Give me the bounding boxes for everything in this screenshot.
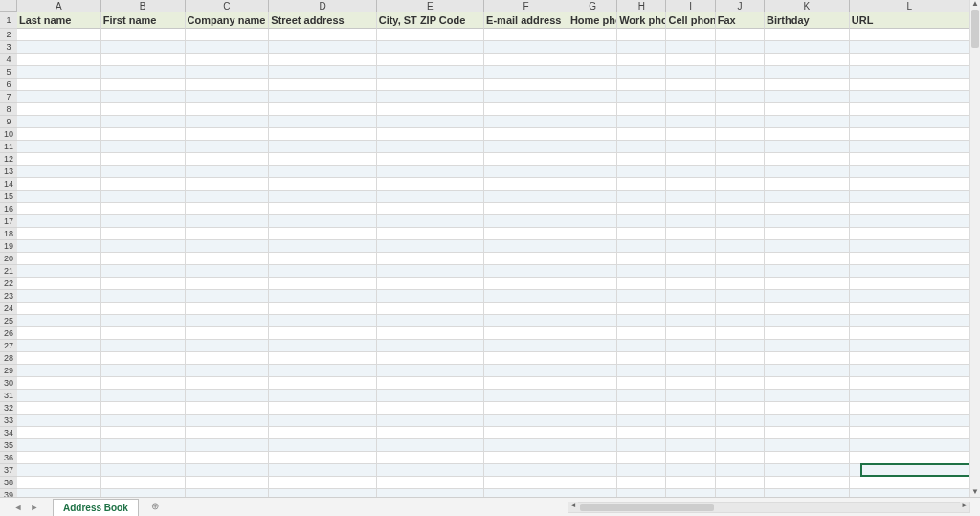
cell[interactable] bbox=[666, 352, 715, 365]
header-cell[interactable]: Street address bbox=[269, 12, 376, 29]
cell[interactable] bbox=[269, 340, 376, 352]
cell[interactable] bbox=[850, 315, 970, 327]
cell[interactable] bbox=[617, 29, 666, 41]
cell[interactable] bbox=[617, 352, 666, 365]
cell[interactable] bbox=[186, 91, 270, 103]
cell[interactable] bbox=[186, 240, 270, 253]
cell[interactable] bbox=[666, 228, 715, 240]
cell[interactable] bbox=[568, 265, 617, 278]
cell[interactable] bbox=[484, 278, 568, 290]
cell[interactable] bbox=[716, 228, 765, 240]
row-header[interactable]: 5 bbox=[0, 66, 17, 79]
row-header[interactable]: 28 bbox=[0, 352, 17, 365]
cell[interactable] bbox=[101, 153, 186, 166]
cell[interactable] bbox=[101, 66, 186, 79]
scroll-right-arrow-icon[interactable]: ► bbox=[960, 502, 969, 511]
cell[interactable] bbox=[269, 141, 376, 153]
header-cell[interactable]: Company name bbox=[186, 12, 270, 29]
cell[interactable] bbox=[765, 29, 850, 41]
cell[interactable] bbox=[484, 166, 568, 178]
cell[interactable] bbox=[765, 477, 850, 489]
cell[interactable] bbox=[186, 141, 270, 153]
row-header[interactable]: 10 bbox=[0, 128, 17, 141]
cell[interactable] bbox=[377, 253, 484, 265]
cell[interactable] bbox=[484, 41, 568, 54]
cell[interactable] bbox=[765, 439, 850, 452]
cell[interactable] bbox=[269, 427, 376, 439]
cell[interactable] bbox=[617, 41, 666, 54]
cell[interactable] bbox=[484, 340, 568, 352]
cell[interactable] bbox=[17, 477, 101, 489]
cell[interactable] bbox=[850, 265, 970, 278]
cell[interactable] bbox=[716, 116, 765, 128]
cell[interactable] bbox=[850, 352, 970, 365]
cell[interactable] bbox=[716, 315, 765, 327]
cell[interactable] bbox=[850, 116, 970, 128]
cell[interactable] bbox=[568, 464, 617, 477]
cell[interactable] bbox=[186, 303, 270, 315]
cell[interactable] bbox=[377, 240, 484, 253]
row-header[interactable]: 20 bbox=[0, 253, 17, 265]
cell[interactable] bbox=[269, 415, 376, 427]
column-header[interactable]: G bbox=[568, 0, 617, 12]
cell[interactable] bbox=[850, 365, 970, 377]
cell[interactable] bbox=[186, 66, 270, 79]
cell[interactable] bbox=[377, 203, 484, 215]
cell[interactable] bbox=[716, 203, 765, 215]
cell[interactable] bbox=[17, 315, 101, 327]
cell[interactable] bbox=[617, 79, 666, 91]
cell[interactable] bbox=[568, 66, 617, 79]
cell[interactable] bbox=[765, 315, 850, 327]
cell[interactable] bbox=[617, 315, 666, 327]
cell[interactable] bbox=[17, 303, 101, 315]
row-header[interactable]: 29 bbox=[0, 365, 17, 377]
cell[interactable] bbox=[765, 464, 850, 477]
cell[interactable] bbox=[377, 303, 484, 315]
cell[interactable] bbox=[484, 352, 568, 365]
cell[interactable] bbox=[666, 290, 715, 303]
cell[interactable] bbox=[716, 178, 765, 191]
cell[interactable] bbox=[765, 215, 850, 228]
cell[interactable] bbox=[17, 215, 101, 228]
cell[interactable] bbox=[186, 178, 270, 191]
cell[interactable] bbox=[765, 415, 850, 427]
row-header[interactable]: 24 bbox=[0, 303, 17, 315]
cell[interactable] bbox=[716, 29, 765, 41]
cell[interactable] bbox=[17, 415, 101, 427]
cell[interactable] bbox=[716, 427, 765, 439]
cell[interactable] bbox=[377, 477, 484, 489]
cell[interactable] bbox=[617, 390, 666, 402]
cell[interactable] bbox=[101, 191, 186, 203]
row-header[interactable]: 18 bbox=[0, 228, 17, 240]
cell[interactable] bbox=[186, 29, 270, 41]
cell[interactable] bbox=[617, 91, 666, 103]
cell[interactable] bbox=[17, 340, 101, 352]
cell[interactable] bbox=[17, 66, 101, 79]
cell[interactable] bbox=[617, 377, 666, 390]
cell[interactable] bbox=[850, 203, 970, 215]
cell[interactable] bbox=[568, 290, 617, 303]
cell[interactable] bbox=[186, 166, 270, 178]
cell[interactable] bbox=[716, 265, 765, 278]
cell[interactable] bbox=[484, 153, 568, 166]
cell[interactable] bbox=[568, 54, 617, 66]
cell[interactable] bbox=[484, 66, 568, 79]
scroll-left-arrow-icon[interactable]: ◄ bbox=[568, 502, 578, 511]
cell[interactable] bbox=[269, 352, 376, 365]
cell[interactable] bbox=[484, 116, 568, 128]
cell[interactable] bbox=[17, 240, 101, 253]
cell[interactable] bbox=[17, 278, 101, 290]
cell[interactable] bbox=[568, 128, 617, 141]
cell[interactable] bbox=[101, 402, 186, 415]
row-header[interactable]: 27 bbox=[0, 340, 17, 352]
cell[interactable] bbox=[484, 402, 568, 415]
cell[interactable] bbox=[716, 79, 765, 91]
cell[interactable] bbox=[617, 327, 666, 340]
row-header[interactable]: 6 bbox=[0, 79, 17, 91]
cell[interactable] bbox=[484, 390, 568, 402]
cell[interactable] bbox=[850, 253, 970, 265]
cell[interactable] bbox=[765, 41, 850, 54]
cell[interactable] bbox=[765, 141, 850, 153]
cell[interactable] bbox=[269, 240, 376, 253]
cell[interactable] bbox=[484, 315, 568, 327]
